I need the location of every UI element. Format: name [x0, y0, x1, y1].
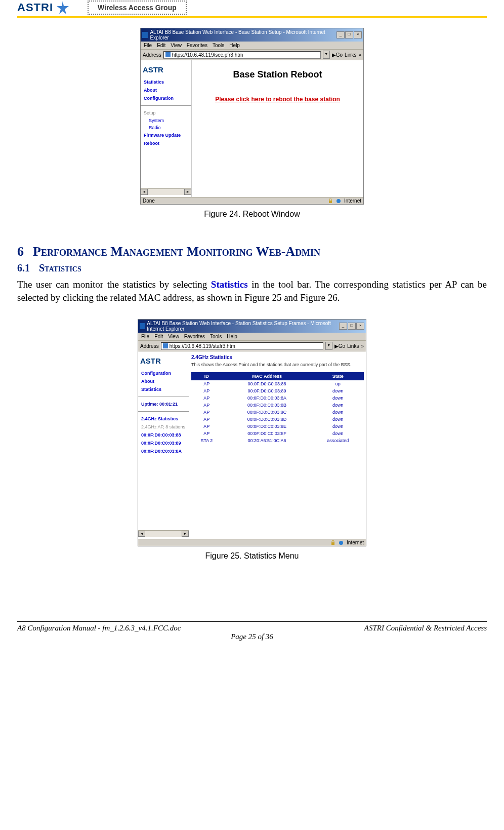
sidebar-configuration[interactable]: Configuration	[141, 94, 191, 102]
minimize-button[interactable]: _	[339, 323, 347, 330]
svg-marker-0	[57, 1, 69, 14]
statusbar: Internet	[138, 539, 366, 546]
section-6-num: 6	[17, 244, 24, 259]
section-title: 2.4GHz Statistics	[191, 354, 364, 360]
close-button[interactable]: ×	[356, 323, 364, 330]
status-zone: Internet	[347, 540, 364, 545]
table-row[interactable]: AP00:0F:D0:C0:03:8Bdown	[191, 402, 364, 409]
sidebar-logo: ASTR	[141, 62, 191, 78]
links-label[interactable]: Links	[347, 343, 359, 349]
address-input[interactable]: https://10.6.48.119/stafr3.htm	[161, 342, 323, 350]
status-zone: Internet	[344, 198, 361, 204]
table-row[interactable]: AP00:0F:D0:C0:03:8Edown	[191, 423, 364, 430]
menu-help[interactable]: Help	[227, 334, 237, 339]
address-input[interactable]: https://10.6.48.119/sec.pfr3.htm	[163, 51, 321, 59]
page-header: ASTRI Wireless Access Group	[17, 0, 487, 18]
lock-icon	[330, 540, 335, 545]
table-row[interactable]: AP00:0F:D0:C0:03:8Fdown	[191, 430, 364, 437]
svg-point-4	[339, 541, 343, 545]
ie-icon	[142, 32, 148, 38]
menu-view[interactable]: View	[168, 334, 179, 339]
sidebar-configuration[interactable]: Configuration	[138, 369, 189, 377]
sidebar-mac1[interactable]: 00:0F:D0:C0:03:88	[138, 431, 189, 439]
sidebar-reboot[interactable]: Reboot	[141, 139, 191, 147]
minimize-button[interactable]: _	[337, 31, 345, 38]
menu-help[interactable]: Help	[229, 43, 240, 48]
sidebar-about[interactable]: About	[138, 377, 189, 385]
svg-rect-3	[331, 542, 334, 545]
col-state: State	[312, 372, 364, 380]
scroll-left-icon[interactable]: ◄	[141, 189, 148, 195]
section-6-1-title: Statistics	[39, 262, 81, 273]
sidebar-radio[interactable]: Radio	[141, 124, 191, 131]
section-6-1-num: 6.1	[17, 262, 30, 273]
table-row[interactable]: AP00:0F:D0:C0:03:8Cdown	[191, 409, 364, 416]
links-label[interactable]: Links	[345, 52, 356, 58]
menu-file[interactable]: File	[144, 43, 152, 48]
table-row[interactable]: AP00:0F:D0:C0:03:89down	[191, 387, 364, 394]
scroll-left-icon[interactable]: ◄	[138, 531, 145, 537]
address-dropdown[interactable]: ▼	[323, 51, 330, 59]
main-content: 2.4GHz Statistics This shows the Access …	[189, 351, 366, 539]
window-title: ALTAI B8 Base Station Web Interface - St…	[147, 321, 339, 332]
reboot-link[interactable]: Please click here to reboot the base sta…	[215, 96, 340, 103]
address-dropdown[interactable]: ▼	[325, 342, 332, 350]
close-button[interactable]: ×	[354, 31, 362, 38]
col-mac: MAC Address	[222, 372, 312, 380]
scroll-right-icon[interactable]: ►	[182, 531, 189, 537]
section-6-title: Performance Management Monitoring Web-Ad…	[33, 244, 320, 259]
menu-file[interactable]: File	[141, 334, 149, 339]
sidebar-firmware[interactable]: Firmware Update	[141, 131, 191, 139]
table-row[interactable]: AP00:0F:D0:C0:03:88up	[191, 380, 364, 387]
sidebar: ASTR Statistics About Configuration Setu…	[141, 60, 192, 197]
go-button[interactable]: ▶Go	[334, 343, 345, 349]
status-done: Done	[143, 198, 155, 204]
page-icon	[165, 52, 171, 57]
globe-icon	[336, 199, 341, 204]
table-row[interactable]: AP00:0F:D0:C0:03:8Adown	[191, 394, 364, 402]
menu-tools[interactable]: Tools	[210, 334, 222, 339]
sidebar-about[interactable]: About	[141, 86, 191, 94]
sidebar-system[interactable]: System	[141, 117, 191, 124]
menu-edit[interactable]: Edit	[157, 43, 165, 48]
sidebar: ASTR Configuration About Statistics Upti…	[138, 351, 189, 539]
menubar: File Edit View Favorites Tools Help	[141, 42, 363, 50]
footer-page: Page 25 of 36	[17, 633, 487, 641]
stats-table: ID MAC Address State AP00:0F:D0:C0:03:88…	[191, 372, 364, 444]
go-button[interactable]: ▶Go	[332, 52, 343, 58]
page-footer: A8 Configuration Manual - fm_1.2.6.3_v4.…	[17, 621, 487, 633]
section-6-1-heading: 6.1Statistics	[17, 262, 487, 274]
keyword-statistics: Statistics	[211, 279, 248, 290]
svg-point-2	[337, 199, 341, 203]
ie-icon	[140, 323, 145, 329]
uptime-label: Uptime: 00:01:21	[138, 400, 189, 408]
col-id: ID	[191, 372, 222, 380]
maximize-button[interactable]: □	[348, 323, 356, 330]
menu-edit[interactable]: Edit	[154, 334, 163, 339]
sidebar-24ghz-stats[interactable]: 2.4GHz Statistics	[138, 415, 189, 423]
table-row[interactable]: AP00:0F:D0:C0:03:8Ddown	[191, 416, 364, 423]
sidebar-statistics[interactable]: Statistics	[138, 385, 189, 393]
sidebar-scrollbar[interactable]: ◄ ►	[141, 188, 191, 195]
svg-rect-1	[329, 201, 332, 203]
sidebar-mac3[interactable]: 00:0F:D0:C0:03:8A	[138, 447, 189, 455]
table-row[interactable]: STA 200:20:A6:51:0C:A6associated	[191, 437, 364, 444]
figure24-caption: Figure 24. Reboot Window	[17, 210, 487, 219]
star-icon	[55, 0, 70, 15]
window-title: ALTAI B8 Base Station Web Interface - Ba…	[150, 29, 337, 41]
sidebar-ap-count: 2.4GHz AP, 8 stations	[138, 423, 189, 431]
menu-view[interactable]: View	[171, 43, 182, 48]
scroll-right-icon[interactable]: ►	[184, 189, 191, 195]
logo-text: ASTRI	[17, 1, 53, 14]
menu-favorites[interactable]: Favorites	[187, 43, 207, 48]
sidebar-mac2[interactable]: 00:0F:D0:C0:03:89	[138, 439, 189, 447]
maximize-button[interactable]: □	[345, 31, 353, 38]
sidebar-logo: ASTR	[138, 353, 189, 369]
menu-favorites[interactable]: Favorites	[184, 334, 205, 339]
sidebar-statistics[interactable]: Statistics	[141, 78, 191, 86]
address-bar: Address https://10.6.48.119/sec.pfr3.htm…	[141, 50, 363, 60]
main-content: Base Station Reboot Please click here to…	[192, 60, 363, 197]
sidebar-scrollbar[interactable]: ◄ ►	[138, 530, 189, 537]
menu-tools[interactable]: Tools	[213, 43, 224, 48]
titlebar: ALTAI B8 Base Station Web Interface - Ba…	[141, 28, 363, 42]
